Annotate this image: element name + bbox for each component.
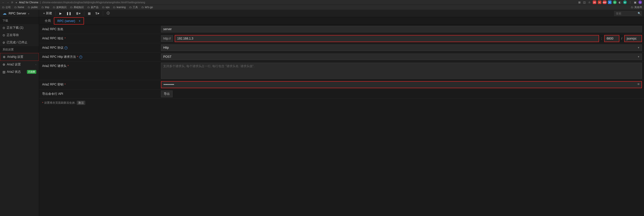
bookmark-star-icon[interactable]: ☆ bbox=[588, 1, 591, 4]
delete-button[interactable]: 🗑▾ bbox=[74, 11, 82, 16]
headers-textarea[interactable] bbox=[161, 63, 642, 79]
folder-icon: 🗀 bbox=[113, 6, 115, 9]
profile-icon[interactable]: U bbox=[638, 1, 642, 4]
sort-button[interactable]: ⇅▾ bbox=[93, 11, 101, 16]
back-icon[interactable]: ← bbox=[2, 1, 5, 4]
ext-icon-1[interactable]: JD bbox=[593, 1, 596, 4]
nav-label: 正在等待 bbox=[7, 33, 19, 37]
new-button-label: 新建 bbox=[46, 11, 52, 15]
help-button[interactable]: ⓘ bbox=[105, 10, 112, 16]
forward-icon[interactable]: → bbox=[7, 1, 9, 4]
required-icon: * bbox=[64, 37, 66, 40]
sidebar-header[interactable]: ☁ RPC Server ▾ bbox=[0, 10, 39, 17]
folder-icon: 🗀 bbox=[102, 6, 105, 9]
row-secret: Aria2 RPC 密钥* 👁 bbox=[39, 80, 644, 89]
plus-icon[interactable]: + bbox=[79, 19, 80, 23]
row-method: Aria2 RPC Http 请求方法 * ? POST ▼ bbox=[39, 52, 644, 62]
bookmark-folder[interactable]: 🗀公司 bbox=[2, 6, 11, 9]
port-input[interactable] bbox=[604, 35, 619, 42]
section-download: 下载 bbox=[0, 17, 39, 24]
tab-rpc-label: RPC (server) bbox=[57, 19, 75, 23]
bookmark-folder[interactable]: 🗀架构知识 bbox=[53, 6, 67, 9]
folder-icon: 🗀 bbox=[70, 6, 73, 9]
bookmark-folder[interactable]: 🗀工具 bbox=[129, 6, 138, 9]
bookmark-folder[interactable]: 🗀vps bbox=[102, 6, 110, 9]
install-icon[interactable]: ⊞ bbox=[577, 1, 581, 4]
bookmark-folder[interactable]: 🗀let's go bbox=[141, 6, 153, 9]
nav-aria2-settings[interactable]: ⚙ Aria2 设置 ‹ bbox=[0, 61, 39, 68]
address-label: Aria2 RPC 地址* bbox=[39, 34, 161, 43]
nav-waiting[interactable]: ⊙ 正在等待 bbox=[0, 31, 39, 39]
row-alias: Aria2 RPC 别名 bbox=[39, 25, 644, 34]
new-button[interactable]: + 新建 bbox=[41, 10, 54, 16]
ext-icon-3[interactable]: ✦ bbox=[608, 1, 612, 4]
bookmarks-bar: 🗀公司 🗀home 🗀public 🗀tmp 🗀架构知识 🗀基础知识 🗀新产品 … bbox=[0, 5, 644, 10]
headers-label: Aria2 RPC 请求头* bbox=[39, 62, 161, 70]
tab-rpc[interactable]: RPC (server) + bbox=[54, 17, 84, 25]
bookmark-folder[interactable]: 🗀public bbox=[28, 6, 38, 9]
check-icon: ⊘ bbox=[3, 41, 5, 44]
download-icon: ⊙ bbox=[3, 26, 5, 30]
search-icon: 🔍 bbox=[638, 12, 641, 15]
bookmark-folder[interactable]: 🗀基础知识 bbox=[70, 6, 84, 9]
sort-icon: ⇅▾ bbox=[95, 12, 99, 15]
ext-icon-4[interactable]: G bbox=[613, 1, 617, 4]
folder-icon: 🗀 bbox=[2, 6, 5, 9]
chevron-down-icon: ▼ bbox=[637, 46, 640, 49]
menu-icon[interactable]: ⋮ bbox=[628, 1, 632, 4]
activate-pill[interactable]: 激活 bbox=[77, 101, 85, 105]
path-input[interactable] bbox=[624, 35, 642, 42]
secret-input[interactable] bbox=[161, 81, 642, 88]
chevron-down-icon: ▼ bbox=[637, 56, 640, 58]
secret-label: Aria2 RPC 密钥* bbox=[39, 80, 161, 89]
eye-icon[interactable]: 👁 bbox=[637, 83, 640, 86]
info-icon[interactable]: ? bbox=[79, 56, 82, 59]
nav-label: 已完成 / 已停止 bbox=[7, 40, 27, 45]
folder-icon: 🗀 bbox=[631, 6, 633, 9]
info-icon[interactable]: ? bbox=[64, 46, 68, 49]
reload-icon[interactable]: ⟳ bbox=[11, 1, 13, 4]
slash-separator: / bbox=[621, 37, 623, 40]
ext-icon-2[interactable]: H bbox=[598, 1, 601, 4]
protocol-prefix: http:// bbox=[161, 35, 173, 42]
protocol-value: Http bbox=[163, 46, 169, 49]
host-input[interactable] bbox=[175, 35, 599, 42]
start-button[interactable]: ▶ bbox=[57, 11, 64, 16]
pause-icon: ❚❚ bbox=[66, 12, 71, 15]
tabs-icon[interactable]: ▣ bbox=[633, 1, 637, 4]
other-bookmarks[interactable]: 🗀其他书 bbox=[631, 6, 642, 9]
bookmark-folder[interactable]: 🗀home bbox=[14, 6, 24, 9]
nav-label: Aria2 设置 bbox=[7, 62, 21, 67]
ext-icon-5[interactable]: ◐ bbox=[618, 1, 622, 4]
bookmark-folder[interactable]: 🗀learning bbox=[113, 6, 126, 9]
nav-stopped[interactable]: ⊘ 已完成 / 已停止 bbox=[0, 39, 39, 46]
tab-global[interactable]: 全局 bbox=[42, 17, 54, 25]
required-icon: * bbox=[42, 101, 43, 104]
protocol-label: Aria2 RPC 协议 ? bbox=[39, 43, 161, 52]
export-button[interactable]: 导出 bbox=[161, 91, 173, 97]
bookmark-folder[interactable]: 🗀tmp bbox=[41, 6, 49, 9]
required-icon: * bbox=[77, 55, 78, 59]
nav-downloading[interactable]: ⊙ 正在下载 (1) bbox=[0, 24, 39, 31]
nav-aria2-status[interactable]: ▤ Aria2 状态 已连接 bbox=[0, 68, 39, 76]
note-text: 设置将在页面刷新后生效. bbox=[44, 101, 76, 105]
address-url: chrome-extension://mpkodccbngfoacfalldji… bbox=[42, 1, 145, 4]
folder-icon: 🗀 bbox=[14, 6, 17, 9]
folder-icon: 🗀 bbox=[41, 6, 44, 9]
section-system: 系统设置 bbox=[0, 46, 39, 53]
folder-icon: 🗀 bbox=[87, 6, 90, 9]
separator bbox=[103, 11, 103, 16]
protocol-select[interactable]: Http ▼ bbox=[161, 44, 642, 51]
export-label: 导出命令行 API bbox=[39, 89, 161, 98]
alias-input[interactable] bbox=[161, 26, 642, 32]
bookmark-folder[interactable]: 🗀新产品 bbox=[87, 6, 98, 9]
pause-button[interactable]: ❚❚ bbox=[64, 11, 73, 16]
ext-icon-6[interactable]: ● bbox=[623, 1, 627, 4]
view-grid-button[interactable]: ▦ bbox=[86, 11, 93, 16]
nav-ariang-settings[interactable]: ⚙ AriaNg 设置 bbox=[0, 53, 39, 61]
ext-icon-abp[interactable]: ABP bbox=[603, 1, 606, 4]
url-separator: | bbox=[40, 1, 41, 4]
extensions-icon[interactable]: ◫ bbox=[583, 1, 586, 4]
method-select[interactable]: POST ▼ bbox=[161, 53, 642, 60]
cloud-icon: ☁ bbox=[3, 11, 7, 16]
